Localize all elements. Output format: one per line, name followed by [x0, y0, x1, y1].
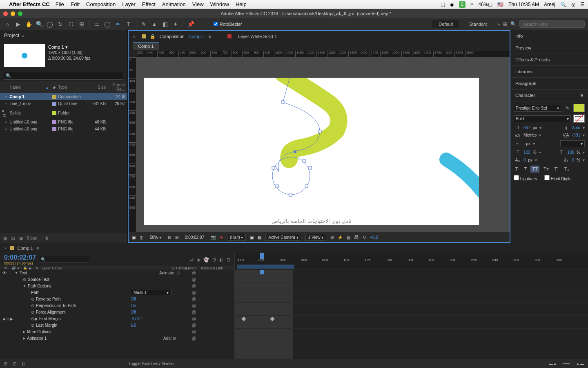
resolution-dropdown[interactable]: (Half) ▾	[227, 234, 246, 241]
info-panel-header[interactable]: Info	[510, 30, 588, 42]
anchor-tool-icon[interactable]: ⊞	[78, 20, 86, 28]
timeline-search-input[interactable]	[40, 256, 89, 263]
pen-tool-icon[interactable]: ✒	[114, 20, 122, 28]
motion-blur-icon[interactable]: ◐	[219, 257, 223, 263]
interpret-icon[interactable]: ▦	[3, 236, 7, 240]
menu-animation[interactable]: Animation	[162, 1, 186, 7]
hindi-digits-checkbox[interactable]: Hindi Digits	[544, 175, 571, 181]
italic-button[interactable]: T	[522, 166, 528, 173]
font-style-dropdown[interactable]: Bold▾	[514, 115, 571, 122]
timeline-property-row[interactable]: ⊙◆First Margin-476.1@	[0, 315, 234, 322]
app-status-icon[interactable]: C	[459, 1, 466, 8]
timeline-tab[interactable]: Comp 1	[17, 246, 33, 251]
brackets-icon[interactable]: {}	[22, 361, 25, 366]
close-timeline-tab-icon[interactable]: ×	[4, 246, 7, 251]
eyedropper-icon[interactable]: ✎	[564, 105, 571, 111]
grid-icon[interactable]: ◫	[140, 235, 143, 240]
camera-tool-icon[interactable]: ⎔	[67, 20, 75, 28]
new-folder-icon[interactable]: 🗀	[11, 236, 15, 240]
zoom-out-icon[interactable]: ▬▲	[549, 361, 557, 366]
bold-button[interactable]: T	[514, 166, 520, 173]
comp-mini-flow-icon[interactable]: ⇄	[190, 257, 194, 263]
project-tab[interactable]: Project	[4, 33, 19, 38]
lock-icon[interactable]: 🔒	[150, 34, 156, 39]
project-row[interactable]: ▫ Comp 1 Composition 24 ⊞	[0, 93, 127, 100]
close-tab-icon[interactable]: ×	[133, 34, 136, 40]
project-row[interactable]: ▫ Line_1.mov QuickTime 681 KB 29.97	[0, 100, 127, 107]
allcaps-button[interactable]: TT	[530, 166, 539, 173]
timeline-timecode[interactable]: 0:00:02:07	[4, 254, 36, 261]
vscale-value[interactable]: 100	[523, 150, 530, 155]
tracking-value[interactable]: -591	[572, 133, 580, 137]
stroke-style-dropdown[interactable]: ▾	[560, 140, 585, 147]
menu-help[interactable]: Help	[236, 1, 247, 7]
workspace-default[interactable]: Default	[432, 20, 459, 28]
exposure-value[interactable]: +0.0	[370, 235, 378, 240]
toggle-switches-button[interactable]: Toggle Switches / Modes	[129, 361, 174, 366]
timeline-ruler[interactable]: :00s02s04s06s08s10s12s14s16s18s20s22s24s…	[235, 253, 588, 269]
zoom-icon[interactable]	[18, 11, 22, 16]
bpc-readout[interactable]: 8 bpc	[27, 236, 37, 240]
camera-dropdown[interactable]: Active Camera ▾	[265, 234, 301, 241]
timeline-property-row[interactable]: ▼Path Options@	[0, 283, 234, 289]
ligatures-checkbox[interactable]: Ligatures	[514, 175, 537, 181]
timeline-property-row[interactable]: ▶Animator 1Add: ⊙@	[0, 335, 234, 341]
timeline-icon[interactable]: ▤	[347, 235, 350, 240]
menu-layer[interactable]: Layer	[122, 1, 136, 7]
clock[interactable]: Thu 10:35 AM	[508, 2, 539, 7]
timeline-property-row[interactable]: ⊙Reverse PathOff@	[0, 296, 234, 302]
type-tool-icon[interactable]: T	[125, 20, 133, 28]
ellipse-tool-icon[interactable]: ◯	[103, 20, 111, 28]
baseline-value[interactable]: 0	[523, 158, 526, 162]
tab-menu-icon[interactable]: ≡	[208, 34, 211, 39]
project-row[interactable]: ▫ Untitled-10.png PNG file 44 KB	[0, 126, 127, 132]
cc-icon[interactable]: ◉	[450, 2, 454, 7]
subscript-button[interactable]: T₁	[563, 166, 570, 173]
exposure-reset-icon[interactable]: ↻	[363, 235, 366, 240]
selection-tool-icon[interactable]: ▶	[14, 20, 22, 28]
preview-panel-header[interactable]: Preview	[510, 42, 588, 54]
new-comp-icon[interactable]: ▣	[19, 236, 23, 240]
menu-effect[interactable]: Effect	[142, 1, 156, 7]
app-name[interactable]: After Effects CC	[9, 1, 50, 7]
hand-tool-icon[interactable]: ✋	[24, 20, 33, 28]
brush-tool-icon[interactable]: ✎	[140, 20, 148, 28]
timeline-property-row[interactable]: ⊙Force AlignmentOff@	[0, 309, 234, 315]
magnify-icon[interactable]: ▣	[132, 235, 136, 240]
timeline-property-row[interactable]: ⊙Last Margin6.0@	[0, 322, 234, 328]
panel-menu-icon[interactable]: ≡	[22, 33, 24, 38]
home-icon[interactable]: ⌂	[3, 20, 11, 28]
project-columns-header[interactable]: Name ▴ ◆ Type Size Frame Ra...	[0, 81, 127, 93]
character-panel-header[interactable]: Character≡	[510, 90, 588, 101]
flowchart-icon[interactable]: 品	[354, 234, 359, 240]
superscript-button[interactable]: T¹	[553, 166, 560, 173]
menu-file[interactable]: File	[56, 1, 64, 7]
pixel-aspect-icon[interactable]: ⊞	[330, 235, 334, 240]
stamp-tool-icon[interactable]: ▲	[150, 20, 158, 28]
graph-editor-icon[interactable]: ⊡	[227, 257, 230, 263]
siri-icon[interactable]: ◎	[571, 2, 575, 7]
stroke-width-value[interactable]: - px	[523, 141, 530, 146]
timeline-property-row[interactable]: PathMask 1▾@	[0, 289, 234, 296]
font-family-dropdown[interactable]: Prestige Elite Std▾	[514, 105, 561, 112]
menu-window[interactable]: Window	[210, 1, 229, 7]
workspace-more-icon[interactable]: »	[497, 22, 500, 27]
timeline-tab-menu-icon[interactable]: ≡	[36, 246, 39, 251]
zoom-slider[interactable]: ━━━	[563, 361, 570, 366]
smallcaps-button[interactable]: Tᴛ	[542, 166, 550, 173]
fill-color-swatch[interactable]	[573, 104, 585, 112]
transparency-icon[interactable]: ▦	[258, 235, 261, 240]
effects-panel-header[interactable]: Effects & Presets	[510, 54, 588, 66]
minimize-icon[interactable]	[11, 11, 15, 16]
render-queue-icon[interactable]: ⊞	[4, 361, 7, 366]
dropbox-icon[interactable]: ⬚	[441, 2, 445, 7]
workspace-standard[interactable]: Standard	[463, 20, 494, 28]
fast-preview-icon[interactable]: ⚡	[338, 235, 343, 240]
paragraph-panel-header[interactable]: Paragraph	[510, 78, 588, 90]
composition-canvas[interactable]: نادي ذوي الاحتياجات الخاصة بالرياض	[136, 57, 510, 232]
timeline-property-row[interactable]: ⊙Source Text@	[0, 276, 234, 283]
help-search-input[interactable]	[519, 20, 585, 28]
comp-breadcrumb[interactable]: Comp 1	[133, 42, 159, 50]
roto-tool-icon[interactable]: ✦	[172, 20, 180, 28]
workspace-options-icon[interactable]: ▦	[503, 21, 507, 27]
